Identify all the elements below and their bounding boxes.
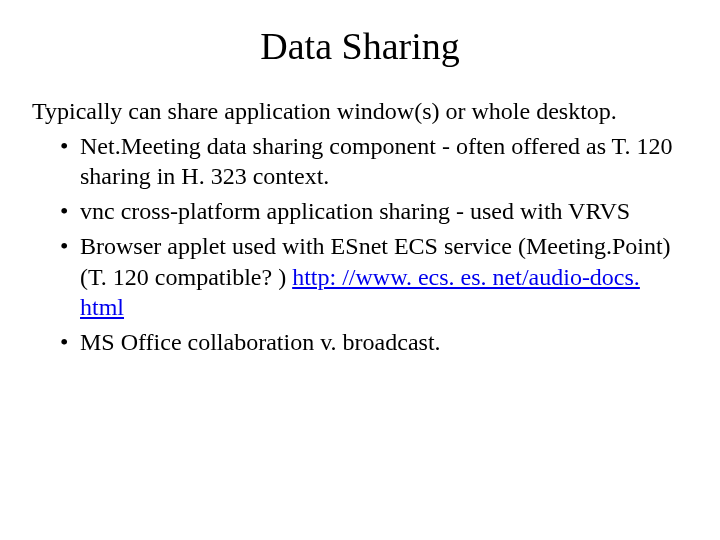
intro-text: Typically can share application window(s… bbox=[32, 96, 688, 127]
slide-title: Data Sharing bbox=[32, 24, 688, 68]
slide-body: Typically can share application window(s… bbox=[32, 96, 688, 358]
bullet-text: vnc cross-platform application sharing -… bbox=[80, 198, 630, 224]
list-item: Browser applet used with ESnet ECS servi… bbox=[60, 231, 688, 323]
list-item: Net.Meeting data sharing component - oft… bbox=[60, 131, 688, 192]
list-item: MS Office collaboration v. broadcast. bbox=[60, 327, 688, 358]
bullet-text: MS Office collaboration v. broadcast. bbox=[80, 329, 441, 355]
bullet-text: Net.Meeting data sharing component - oft… bbox=[80, 133, 673, 190]
bullet-list: Net.Meeting data sharing component - oft… bbox=[32, 131, 688, 358]
list-item: vnc cross-platform application sharing -… bbox=[60, 196, 688, 227]
